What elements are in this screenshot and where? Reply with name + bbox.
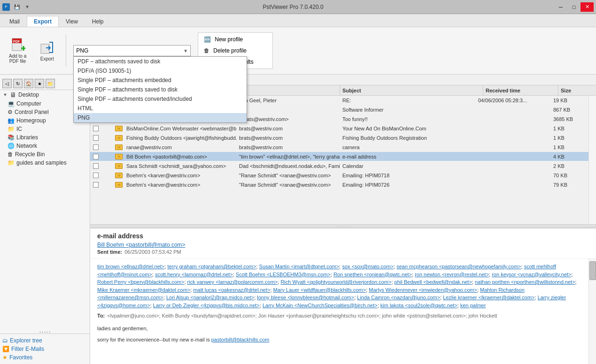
to-label: To: (97, 312, 105, 320)
sidebar-item-ic[interactable]: 📁 IC (0, 125, 90, 133)
sidebar-back-btn[interactable]: ◁ (2, 79, 12, 88)
recipient-link[interactable]: matt lucas <oakesnaz@drtel.net> (193, 287, 270, 293)
col-to[interactable]: To (237, 85, 340, 96)
export-button[interactable]: Export (35, 32, 59, 69)
row-flag (101, 124, 113, 133)
row-flag (101, 133, 113, 143)
col-subject[interactable]: Subject (340, 85, 483, 96)
row-checkbox[interactable] (90, 124, 101, 133)
quick-access-save[interactable]: 💾 (12, 2, 22, 12)
recipient-link[interactable]: Mary Lauer <wildflauer@blackhills.com> (273, 287, 366, 293)
tab-view[interactable]: View (59, 16, 85, 27)
recipient-link[interactable]: Scott Boehm <LESBOEHM3@msn.com> (236, 272, 331, 277)
preview-scrollbar[interactable] (588, 259, 596, 364)
row-checkbox[interactable] (90, 133, 101, 143)
recycle-icon: 🗑 (8, 151, 13, 158)
preview-from-link[interactable]: Bill Boehm <pastorbill@mato.com> (97, 242, 186, 248)
col-received[interactable]: Received time (483, 85, 558, 96)
recipient-link[interactable]: phil Bedwell <bedwell@ndak.net> (395, 279, 472, 285)
row-to: brats@westriv.com (237, 133, 340, 143)
sidebar-folder-btn[interactable]: 📁 (46, 79, 55, 88)
email-list-scrollbar[interactable] (588, 96, 596, 224)
format-option-single-embedded[interactable]: Single PDF – attachments embedded (74, 76, 247, 85)
recipient-link[interactable]: Lori Alsup <nanalori2@rap.midco.net> (166, 295, 254, 300)
recipient-link[interactable]: rick vanwey <larnaz@polarcomm.com> (187, 279, 278, 285)
sidebar-item-recycle-bin[interactable]: 🗑 Recycle Bin (0, 150, 90, 159)
table-row[interactable]: ✉ Boehm's <karver@westriv.com> "Ranae Sc… (90, 171, 588, 180)
recipient-link[interactable]: kim lakota <soul2sole@qwtc.net> (380, 303, 457, 308)
row-to (237, 105, 340, 114)
recipient-link[interactable]: Marlys Wiedenmever <imwieden@yahoo.com> (369, 287, 477, 293)
recipient-link[interactable]: Ron snethen <roniean@qwtc.net> (333, 272, 412, 277)
tab-help[interactable]: Help (85, 16, 111, 27)
sidebar-item-guides[interactable]: 📁 guides and samples (0, 159, 90, 167)
add-to-pdf-button[interactable]: PDF Add to aPDF file (5, 32, 31, 69)
format-option-pdfa[interactable]: PDF/A (ISO 19005-1) (74, 66, 247, 76)
close-button[interactable]: ✕ (581, 2, 594, 12)
row-to: "Ranae Schmidt" <ranae@westriv.com> (237, 180, 340, 190)
sidebar-item-libraries[interactable]: 📚 Libraries (0, 133, 90, 142)
recipient-link[interactable]: terry graham <ptgraham@bektel.com> (167, 264, 256, 269)
recipient-link[interactable]: Larry McKain <NewChurchSpecialties@birch… (263, 303, 378, 308)
sidebar-item-favorites[interactable]: ★ Favorites (0, 353, 90, 362)
format-select[interactable]: PNG ▼ (73, 45, 191, 56)
format-option-pdf-disk[interactable]: PDF – attachments saved to disk (74, 57, 247, 66)
row-subject: Calendar (340, 161, 476, 171)
restore-button[interactable]: □ (567, 2, 581, 12)
row-checkbox[interactable] (90, 180, 101, 190)
sidebar-home-btn[interactable]: 🏠 (24, 79, 33, 88)
recipient-link[interactable]: Lezlie kraemer <lkraemer@daktel.com> (443, 295, 534, 300)
recipient-link[interactable]: sox <sox@mato.com> (342, 264, 394, 269)
sidebar-resize-handle[interactable]: • • • • • (0, 330, 90, 334)
tab-mail[interactable]: Mail (2, 16, 27, 27)
scroll-thumb[interactable] (589, 261, 596, 280)
delete-profile-button[interactable]: 🗑 Delete profile (199, 45, 271, 56)
row-checkbox[interactable] (90, 161, 101, 171)
recipient-link[interactable]: Robert Perry <bperv@blackhills.com> (97, 279, 184, 285)
svg-rect-5 (41, 44, 49, 53)
format-option-png[interactable]: PNG (74, 113, 247, 122)
row-checkbox[interactable] (90, 152, 101, 161)
recipient-link[interactable]: sean mcphearson <pastorsean@newhopefamil… (396, 264, 521, 269)
pane-resize-handle[interactable]: · · · · · · · (90, 224, 596, 228)
row-checkbox[interactable] (90, 171, 101, 180)
sidebar-item-network[interactable]: 🌐 Network (0, 142, 90, 150)
table-row[interactable]: ✉ Bill Boehm <pastorbill@mato.com> "tim … (90, 152, 588, 161)
recipient-link[interactable]: scott.henry <lamornaz@drtel.net> (155, 272, 233, 277)
recipient-link[interactable]: Mike Kraemer <mkraemer@daktel.com> (97, 287, 190, 293)
new-profile-button[interactable]: 🆕 New profile (199, 34, 271, 45)
table-row[interactable]: ✉ Sara Schmidt <schmidt_sara@yahoo.com> … (90, 161, 588, 171)
table-row[interactable]: ✉ Fishing Buddy Outdoors <jawright@fishi… (90, 133, 588, 143)
quick-access-arrow[interactable]: ▼ (23, 2, 32, 12)
recipient-link[interactable]: Rich Wyatt <qolightyourworld@riverjordon… (280, 279, 391, 285)
recipient-link[interactable]: Susan Martin <imart@dtqnet.com> (259, 264, 340, 269)
recipient-link[interactable]: Linda Camron <nazdan@juno.com> (357, 295, 440, 300)
folder-icon: 📁 (8, 159, 15, 166)
recipient-link[interactable]: lonny bleese <lonnvbleese@hotmail.com> (257, 295, 354, 300)
new-email-link[interactable]: pastorbill@blackhills.com (211, 337, 270, 342)
sidebar-star-btn[interactable]: ★ (35, 79, 44, 88)
recipient-link[interactable]: nathan porthen <nporthen@willistonnd.net… (475, 279, 575, 285)
recipient-link[interactable]: ken palmer (460, 303, 486, 308)
format-option-single-converted[interactable]: Single PDF – attachments converted/inclu… (74, 94, 247, 104)
table-row[interactable]: ✉ BisManOnline.Com Webmaster <webmaster@… (90, 124, 588, 133)
recipient-link[interactable]: ron newton <revron@restel.net> (415, 272, 489, 277)
format-option-single-saved[interactable]: Single PDF – attachments saved to disk (74, 85, 247, 94)
format-option-html[interactable]: HTML (74, 104, 247, 113)
recipient-link[interactable]: Larry or Deb Ziegler <4zigqvs@bis.midco.… (153, 303, 260, 308)
recipient-link[interactable]: tim brown <ellnaz@drtel.net> (97, 264, 164, 269)
tab-export[interactable]: Export (27, 16, 59, 27)
sidebar-refresh-btn[interactable]: ↻ (13, 79, 23, 88)
recipient-link[interactable]: ron keysor <vcnaz@valleycity.net> (492, 272, 571, 277)
row-received (476, 152, 551, 161)
sidebar-item-explorer-tree[interactable]: 🗂 Explorer tree (0, 336, 90, 345)
row-checkbox[interactable] (90, 143, 101, 152)
row-size: 4 KB (551, 152, 588, 161)
dropdown-arrow-icon: ▼ (183, 48, 188, 53)
minimize-button[interactable]: ─ (554, 2, 567, 12)
sidebar-item-filter-emails[interactable]: 🔽 Filter E-Mails (0, 345, 90, 353)
table-row[interactable]: ✉ ranae@westriv.com brats@westriv.com ca… (90, 143, 588, 152)
export-label: Export (40, 56, 54, 61)
col-size[interactable]: Size (558, 85, 596, 96)
table-row[interactable]: ✉ Boehm's <karver@westriv.com> "Ranae Sc… (90, 180, 588, 190)
